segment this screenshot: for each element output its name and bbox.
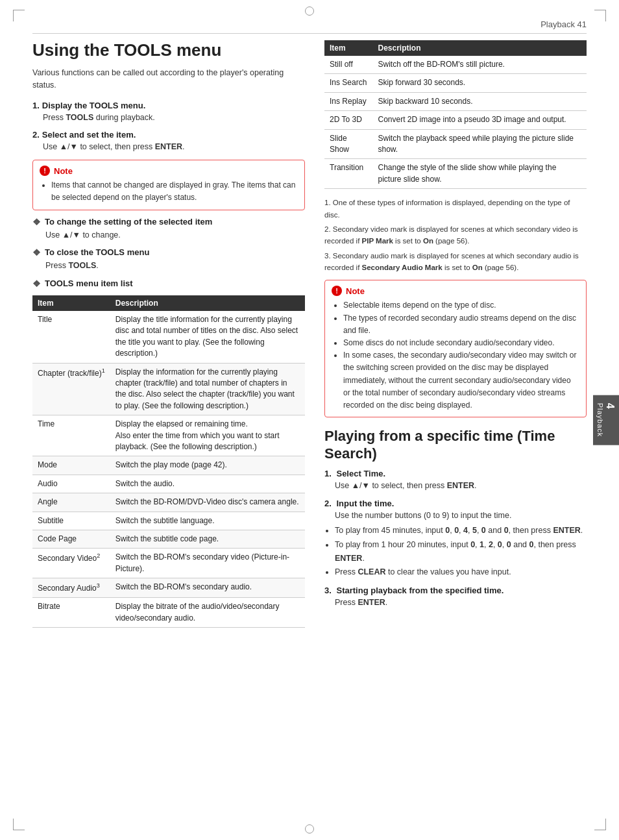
table-cell-desc: Switch the BD-ROM/DVD-Video disc's camer…	[110, 493, 305, 512]
table-cell-desc: Switch the BD-ROM's secondary video (Pic…	[110, 549, 305, 578]
table-cell-desc: Switch the play mode (page 42).	[110, 456, 305, 475]
right-column: Item Description Still off Switch off th…	[324, 40, 587, 634]
note-header-1: ! Note	[40, 166, 298, 176]
table-cell-item: Time	[32, 415, 110, 456]
section2-step-1-body: Use ▲/▼ to select, then press ENTER.	[335, 480, 587, 492]
table-row: Still off Switch off the BD-ROM's still …	[324, 56, 587, 74]
table-cell-item: Transition	[324, 159, 372, 189]
corner-mark-br	[594, 819, 606, 830]
tools-col-desc: Description	[110, 295, 305, 311]
table-cell-desc: Switch off the BD-ROM's still picture.	[372, 56, 587, 74]
table-row: Angle Switch the BD-ROM/DVD-Video disc's…	[32, 493, 305, 512]
corner-mark-tr	[594, 10, 606, 21]
section2-step-1-title: Select Time.	[336, 469, 385, 478]
section2-step-2-num: 2.	[324, 499, 332, 508]
note-title-2: Note	[346, 286, 365, 296]
note-icon-2: !	[332, 286, 342, 296]
sidebar-tab: 4 Playback	[593, 395, 619, 445]
note-box-1: ! Note Items that cannot be changed are …	[32, 160, 305, 210]
note-title-1: Note	[54, 166, 73, 176]
diamond-section-2: ❖ To close the TOOLS menu Press TOOLS.	[32, 247, 305, 272]
table-cell-item: Ins Replay	[324, 92, 372, 110]
table-cell-item: Still off	[324, 56, 372, 74]
note-item-2-4: In some cases, the secondary audio/secon…	[343, 349, 579, 412]
main-content: Using the TOOLS menu Various functions c…	[32, 40, 587, 634]
section2-step-2-body: Use the number buttons (0 to 9) to input…	[335, 510, 587, 522]
bullet-1: To play from 45 minutes, input 0, 0, 4, …	[335, 524, 587, 537]
table-row: Subtitle Switch the subtitle language.	[32, 512, 305, 530]
table-cell-item: Secondary Audio3	[32, 578, 110, 598]
table-cell-item: Chapter (track/file)1	[32, 363, 110, 415]
table-row: Time Display the elapsed or remaining ti…	[32, 415, 305, 456]
table-row: Ins Replay Skip backward 10 seconds.	[324, 92, 587, 110]
right-col-item: Item	[324, 40, 372, 56]
note-item-1: Items that cannot be changed are display…	[51, 179, 298, 204]
table-row: Audio Switch the audio.	[32, 475, 305, 493]
table-cell-item: Audio	[32, 475, 110, 493]
table-row: Title Display the title information for …	[32, 311, 305, 363]
footnote-3: 3. Secondary audio mark is displayed for…	[324, 250, 587, 274]
footnote-2: 2. Secondary video mark is displayed for…	[324, 223, 587, 247]
table-cell-desc: Switch the playback speed while playing …	[372, 129, 587, 159]
section2-step-2-title: Input the time.	[336, 499, 394, 508]
right-table-header-row: Item Description	[324, 40, 587, 56]
diamond-label-2: To close the TOOLS menu	[45, 247, 149, 257]
table-cell-desc: Switch the subtitle language.	[110, 512, 305, 530]
step-2-title: Select and set the item.	[42, 130, 136, 140]
table-cell-item: Angle	[32, 493, 110, 512]
top-center-circle	[305, 6, 314, 16]
section2-title: Playing from a specific time (Time Searc…	[324, 428, 587, 462]
table-row: Mode Switch the play mode (page 42).	[32, 456, 305, 475]
diamond-body-2: Press TOOLS.	[45, 260, 305, 272]
table-cell-desc: Display the title information for the cu…	[110, 311, 305, 363]
right-table: Item Description Still off Switch off th…	[324, 40, 587, 189]
table-row: Chapter (track/file)1 Display the inform…	[32, 363, 305, 415]
tools-table: Item Description Title Display the title…	[32, 295, 305, 628]
page-header: Playback 41	[32, 19, 587, 34]
bullet-3: Press CLEAR to clear the values you have…	[335, 565, 587, 579]
footnote-1: 1. One of these types of information is …	[324, 197, 587, 221]
note-list-2: Selectable items depend on the type of d…	[343, 299, 579, 412]
step-2-label: 2.Select and set the item.	[32, 130, 305, 140]
diamond-title-1: ❖ To change the setting of the selected …	[32, 217, 305, 227]
section2-step-3-num: 3.	[324, 586, 332, 595]
section2-step-1-num: 1.	[324, 469, 332, 478]
section2-step-3-body: Press ENTER.	[335, 597, 587, 609]
note-header-2: ! Note	[332, 286, 579, 296]
section2-step-3-label: 3. Starting playback from the specified …	[324, 586, 587, 595]
table-row: 2D To 3D Convert 2D image into a pseudo …	[324, 111, 587, 129]
sidebar-label: Playback	[596, 403, 604, 438]
footnotes: 1. One of these types of information is …	[324, 197, 587, 273]
section2-step-3: 3. Starting playback from the specified …	[324, 586, 587, 609]
corner-mark-tl	[13, 10, 25, 21]
table-cell-item: Code Page	[32, 530, 110, 548]
diamond-label-3: TOOLS menu item list	[45, 278, 133, 288]
diamond-section-3: ❖ TOOLS menu item list	[32, 278, 305, 289]
table-row: Ins Search Skip forward 30 seconds.	[324, 74, 587, 92]
bottom-center-circle	[305, 824, 314, 834]
step-2: 2.Select and set the item. Use ▲/▼ to se…	[32, 130, 305, 153]
table-cell-desc: Display the information for the currentl…	[110, 363, 305, 415]
sidebar-chapter-num: 4	[604, 403, 616, 432]
table-row: Secondary Audio3 Switch the BD-ROM's sec…	[32, 578, 305, 598]
section1-intro: Various functions can be called out acco…	[32, 67, 305, 92]
note-item-2-2: The types of recorded secondary audio st…	[343, 312, 579, 337]
step-1-body: Press TOOLS during playback.	[43, 112, 305, 124]
note-list-1: Items that cannot be changed are display…	[51, 179, 298, 204]
diamond-icon-1: ❖	[32, 217, 41, 227]
corner-mark-bl	[13, 819, 25, 830]
page: 4 Playback Playback 41 Using the TOOLS m…	[0, 0, 619, 840]
tools-table-header-row: Item Description	[32, 295, 305, 311]
step-2-num: 2.	[32, 130, 40, 140]
left-column: Using the TOOLS menu Various functions c…	[32, 40, 305, 634]
diamond-section-1: ❖ To change the setting of the selected …	[32, 217, 305, 241]
tools-table-body: Title Display the title information for …	[32, 311, 305, 628]
table-cell-desc: Change the style of the slide show while…	[372, 159, 587, 189]
step-1-label: 1.Display the TOOLS menu.	[32, 101, 305, 110]
tools-col-item: Item	[32, 295, 110, 311]
table-cell-item: Subtitle	[32, 512, 110, 530]
right-col-desc: Description	[372, 40, 587, 56]
page-header-text: Playback 41	[540, 19, 587, 29]
section1-title: Using the TOOLS menu	[32, 40, 305, 60]
right-table-body: Still off Switch off the BD-ROM's still …	[324, 56, 587, 189]
